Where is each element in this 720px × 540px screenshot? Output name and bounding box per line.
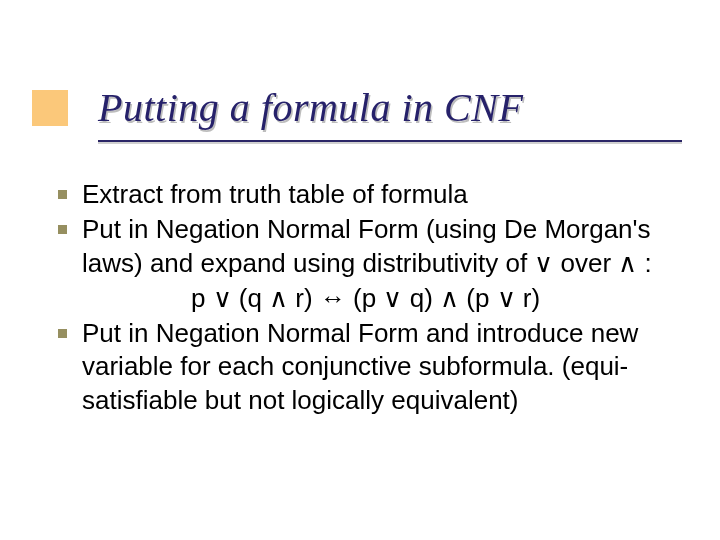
slide-body: Extract from truth table of formula Put … [50, 178, 681, 419]
bullet-text: Extract from truth table of formula [82, 179, 468, 209]
bullet-list: Extract from truth table of formula Put … [50, 178, 681, 417]
title-underline [98, 140, 682, 142]
slide-title: Putting a formula in CNF [98, 86, 523, 130]
slide: Putting a formula in CNF Extract from tr… [0, 0, 720, 540]
bullet-text: Put in Negation Normal Form and introduc… [82, 318, 638, 415]
formula-line: p ∨ (q ∧ r) ↔ (p ∨ q) ∧ (p ∨ r) [50, 282, 681, 315]
list-item: Extract from truth table of formula [50, 178, 681, 211]
bullet-text: Put in Negation Normal Form (using De Mo… [82, 214, 652, 277]
title-wrap: Putting a formula in CNF [98, 86, 523, 130]
accent-square [32, 90, 68, 126]
list-item: Put in Negation Normal Form and introduc… [50, 317, 681, 417]
list-item: Put in Negation Normal Form (using De Mo… [50, 213, 681, 315]
